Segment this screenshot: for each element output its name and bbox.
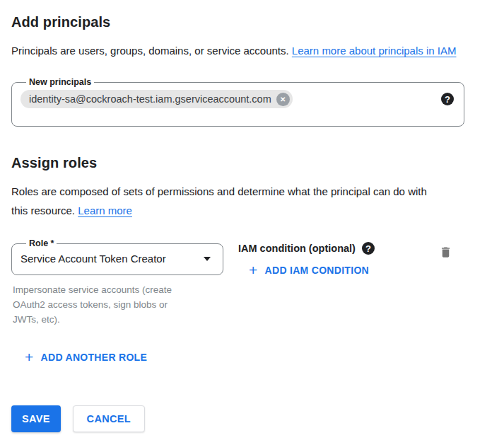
plus-icon: + (25, 351, 34, 364)
delete-role-button[interactable] (439, 245, 452, 260)
add-iam-condition-button[interactable]: + ADD IAM CONDITION (249, 264, 369, 277)
dropdown-arrow-icon (204, 257, 211, 261)
role-selected-value: Service Account Token Creator (20, 253, 166, 265)
iam-condition-label-row: IAM condition (optional) ? (238, 242, 375, 255)
principal-chip: identity-sa@cockroach-test.iam.gservicea… (20, 90, 293, 108)
action-buttons: SAVE CANCEL (11, 405, 493, 432)
iam-condition-column: IAM condition (optional) ? + ADD IAM CON… (238, 238, 375, 278)
add-another-role-button[interactable]: + ADD ANOTHER ROLE (25, 351, 147, 364)
add-another-role-row: + ADD ANOTHER ROLE (25, 351, 493, 365)
add-another-role-label: ADD ANOTHER ROLE (41, 352, 148, 363)
principals-help-glyph: ? (445, 94, 450, 105)
new-principals-input-area[interactable]: identity-sa@cockroach-test.iam.gservicea… (20, 88, 455, 108)
role-select[interactable]: Role * Service Account Token Creator (11, 238, 223, 275)
principals-description: Principals are users, groups, domains, o… (11, 41, 469, 60)
role-row: Role * Service Account Token Creator Imp… (11, 238, 493, 327)
roles-description-text: Roles are composed of sets of permission… (11, 185, 427, 216)
principal-chip-text: identity-sa@cockroach-test.iam.gservicea… (29, 93, 271, 105)
new-principals-field[interactable]: New principals identity-sa@cockroach-tes… (11, 77, 464, 127)
plus-icon: + (249, 264, 258, 277)
chip-remove-icon[interactable]: ✕ (276, 93, 290, 106)
learn-more-roles-link[interactable]: Learn more (78, 204, 132, 216)
principals-description-text: Principals are users, groups, domains, o… (11, 45, 292, 57)
trash-icon (439, 245, 452, 260)
iam-condition-label: IAM condition (optional) (238, 243, 356, 254)
chip-remove-glyph: ✕ (280, 96, 286, 103)
role-column: Role * Service Account Token Creator Imp… (11, 238, 223, 327)
iam-condition-help-glyph: ? (365, 243, 371, 254)
new-principals-label: New principals (26, 77, 94, 87)
role-label: Role * (26, 238, 57, 248)
assign-roles-title: Assign roles (11, 155, 493, 171)
save-button[interactable]: SAVE (11, 405, 61, 432)
role-select-value-row[interactable]: Service Account Token Creator (20, 250, 214, 265)
principals-help-icon[interactable]: ? (441, 93, 454, 105)
iam-condition-help-icon[interactable]: ? (362, 242, 375, 255)
learn-more-principals-link[interactable]: Learn more about principals in IAM (292, 45, 457, 57)
roles-description: Roles are composed of sets of permission… (11, 182, 444, 220)
cancel-button[interactable]: CANCEL (73, 405, 145, 432)
role-description: Impersonate service accounts (create OAu… (13, 282, 194, 327)
page-title: Add principals (11, 14, 493, 30)
add-iam-condition-label: ADD IAM CONDITION (265, 265, 369, 276)
add-principals-panel: Add principals Principals are users, gro… (0, 0, 504, 444)
